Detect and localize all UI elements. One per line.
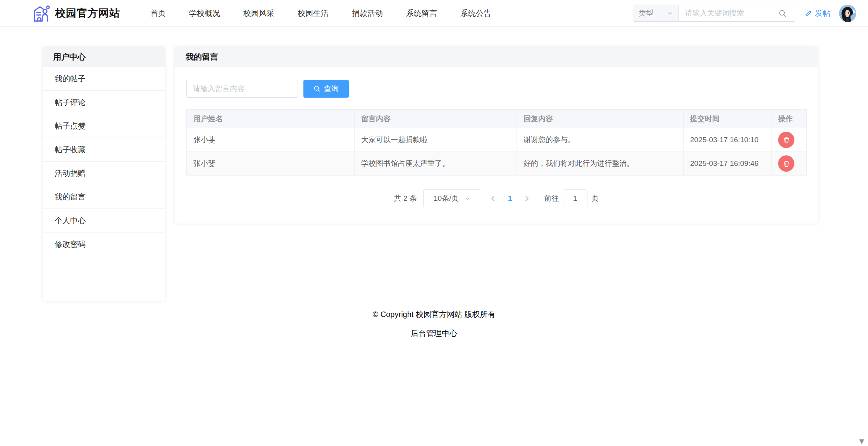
cell-submit-time: 2025-03-17 16:09:46 <box>684 152 772 176</box>
cell-reply-content: 好的，我们将对此行为进行整治。 <box>517 152 684 176</box>
sidebar-item-post-likes[interactable]: 帖子点赞 <box>43 114 165 138</box>
column-header-username: 用户姓名 <box>187 110 355 128</box>
page-footer: © Copyright 校园官方网站 版权所有 后台管理中心 <box>0 309 868 339</box>
query-button-label: 查询 <box>324 84 339 94</box>
my-messages-panel: 我的留言 查询 用户姓名 留言内容 <box>175 46 818 224</box>
column-header-actions: 操作 <box>772 110 807 128</box>
cell-message-content: 大家可以一起捐款啦 <box>355 128 517 152</box>
create-post-label: 发帖 <box>815 8 830 19</box>
page-number-current[interactable]: 1 <box>505 194 515 203</box>
sidebar-item-post-favorites[interactable]: 帖子收藏 <box>43 138 165 162</box>
search-button[interactable] <box>769 5 796 21</box>
page-content: 用户中心 我的帖子 帖子评论 帖子点赞 帖子收藏 活动捐赠 我的留言 个人中心 … <box>0 27 868 301</box>
search-icon <box>778 9 787 17</box>
cell-username: 张小斐 <box>187 128 355 152</box>
cell-reply-content: 谢谢您的参与。 <box>517 128 684 152</box>
filter-row: 查询 <box>186 80 806 98</box>
sidebar-item-post-comments[interactable]: 帖子评论 <box>43 91 165 114</box>
sidebar-item-change-password[interactable]: 修改密码 <box>43 232 165 256</box>
nav-item-campus-life[interactable]: 校园生活 <box>298 8 329 19</box>
school-logo-icon <box>31 4 50 22</box>
table-row: 张小斐 大家可以一起捐款啦 谢谢您的参与。 2025-03-17 16:10:1… <box>187 128 807 152</box>
sidebar-item-my-posts[interactable]: 我的帖子 <box>43 67 165 91</box>
cell-submit-time: 2025-03-17 16:10:10 <box>684 128 772 152</box>
panel-title: 我的留言 <box>175 46 818 67</box>
page-size-select[interactable]: 10条/页 <box>423 189 481 207</box>
cell-username: 张小斐 <box>187 152 355 176</box>
type-select[interactable]: 类型 <box>633 5 679 21</box>
type-select-value: 类型 <box>639 8 653 18</box>
pagination-total: 共 2 条 <box>394 193 417 203</box>
trash-icon <box>783 160 790 167</box>
pagination: 共 2 条 10条/页 1 前往 页 <box>186 189 806 207</box>
nav-item-announcements[interactable]: 系统公告 <box>460 8 491 19</box>
goto-label: 前往 <box>544 193 559 203</box>
nav-item-system-messages[interactable]: 系统留言 <box>406 8 437 19</box>
sidebar-item-personal-center[interactable]: 个人中心 <box>43 209 165 232</box>
main-nav: 首页 学校概况 校园风采 校园生活 捐款活动 系统留言 系统公告 <box>150 8 491 19</box>
next-page-button[interactable] <box>521 195 532 202</box>
nav-item-home[interactable]: 首页 <box>150 8 166 19</box>
messages-table: 用户姓名 留言内容 回复内容 提交时间 操作 张小斐 大家可以一起捐款啦 谢谢您… <box>186 109 807 176</box>
delete-button[interactable] <box>778 132 794 148</box>
cell-message-content: 学校图书馆占座太严重了。 <box>355 152 517 176</box>
trash-icon <box>783 136 790 144</box>
query-button[interactable]: 查询 <box>303 80 349 98</box>
panel-body: 查询 用户姓名 留言内容 回复内容 提交时间 操作 <box>175 67 818 224</box>
nav-item-campus-style[interactable]: 校园风采 <box>243 8 274 19</box>
create-post-button[interactable]: 发帖 <box>805 8 830 19</box>
chevron-down-icon <box>667 10 673 16</box>
admin-center-link[interactable]: 后台管理中心 <box>411 328 457 339</box>
column-header-message-content: 留言内容 <box>355 110 517 128</box>
copyright-text: © Copyright 校园官方网站 版权所有 <box>0 309 868 320</box>
scroll-down-indicator[interactable]: ▼ <box>858 437 866 445</box>
sidebar-item-my-messages[interactable]: 我的留言 <box>43 185 165 209</box>
goto-page-suffix: 页 <box>591 193 599 203</box>
column-header-submit-time: 提交时间 <box>684 110 772 128</box>
user-center-sidebar: 用户中心 我的帖子 帖子评论 帖子点赞 帖子收藏 活动捐赠 我的留言 个人中心 … <box>43 46 165 301</box>
nav-item-school-overview[interactable]: 学校概况 <box>189 8 220 19</box>
goto-page-input[interactable] <box>563 189 587 207</box>
global-search-group: 类型 <box>633 5 796 22</box>
cell-actions <box>772 152 807 176</box>
column-header-reply-content: 回复内容 <box>517 110 684 128</box>
prev-page-button[interactable] <box>487 195 499 202</box>
cell-actions <box>772 128 807 152</box>
table-row: 张小斐 学校图书馆占座太严重了。 好的，我们将对此行为进行整治。 2025-03… <box>187 152 807 176</box>
chevron-down-icon <box>465 196 470 201</box>
nav-item-donation[interactable]: 捐款活动 <box>352 8 383 19</box>
pencil-icon <box>805 10 812 17</box>
page-size-value: 10条/页 <box>434 193 458 203</box>
table-header-row: 用户姓名 留言内容 回复内容 提交时间 操作 <box>187 110 807 128</box>
sidebar-title: 用户中心 <box>43 46 165 67</box>
top-navigation-bar: 校园官方网站 首页 学校概况 校园风采 校园生活 捐款活动 系统留言 系统公告 … <box>0 0 868 27</box>
keyword-search-input[interactable] <box>679 5 769 21</box>
topbar-right-controls: 类型 发帖 <box>633 5 856 22</box>
user-avatar[interactable] <box>839 5 856 22</box>
delete-button[interactable] <box>778 155 794 172</box>
brand[interactable]: 校园官方网站 <box>31 4 120 22</box>
search-icon <box>313 85 320 92</box>
goto-page-group: 前往 页 <box>544 189 599 207</box>
sidebar-item-activity-donations[interactable]: 活动捐赠 <box>43 162 165 185</box>
site-title: 校园官方网站 <box>55 6 120 20</box>
message-content-input[interactable] <box>186 80 298 98</box>
